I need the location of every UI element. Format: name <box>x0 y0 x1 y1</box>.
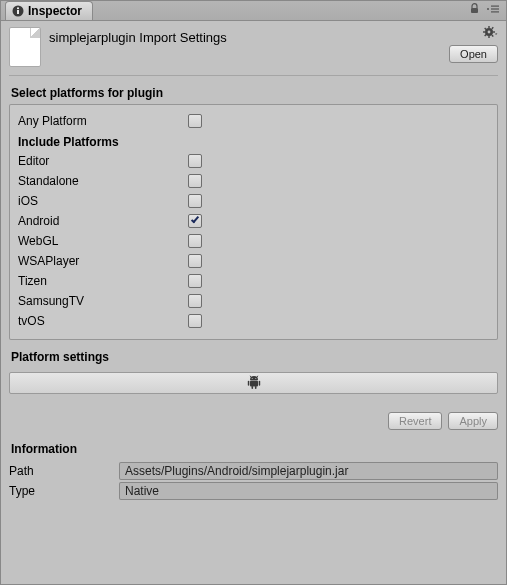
platform-checkbox[interactable] <box>188 314 202 328</box>
tab-label: Inspector <box>28 4 82 18</box>
platform-label: Tizen <box>18 274 188 288</box>
svg-rect-12 <box>483 31 485 32</box>
svg-rect-22 <box>247 381 249 386</box>
information-section: Information <box>9 440 498 460</box>
svg-rect-25 <box>254 386 256 389</box>
svg-rect-3 <box>471 8 478 13</box>
include-platforms-header: Include Platforms <box>18 131 489 151</box>
platform-row: WSAPlayer <box>18 251 489 271</box>
platform-list: EditorStandaloneiOSAndroidWebGLWSAPlayer… <box>18 151 489 331</box>
platform-row: Tizen <box>18 271 489 291</box>
svg-point-26 <box>251 378 252 379</box>
svg-rect-10 <box>488 26 489 28</box>
any-platform-row: Any Platform <box>18 111 489 131</box>
svg-point-27 <box>255 378 256 379</box>
platform-label: Standalone <box>18 174 188 188</box>
information-row: PathAssets/Plugins/Android/simplejarplug… <box>9 462 498 480</box>
info-icon <box>12 5 24 17</box>
inspector-tab[interactable]: Inspector <box>5 1 93 20</box>
open-button[interactable]: Open <box>449 45 498 63</box>
panel-tab-bar: Inspector <box>1 1 506 21</box>
platform-row: Android <box>18 211 489 231</box>
info-field-value: Native <box>119 482 498 500</box>
svg-rect-11 <box>488 36 489 38</box>
information-row: TypeNative <box>9 482 498 500</box>
information-title: Information <box>9 440 498 460</box>
svg-rect-16 <box>491 27 493 29</box>
platform-row: Standalone <box>18 171 489 191</box>
platform-label: SamsungTV <box>18 294 188 308</box>
platform-label: Editor <box>18 154 188 168</box>
platform-settings-section: Platform settings <box>9 348 498 394</box>
file-icon <box>9 27 41 67</box>
platform-label: Android <box>18 214 188 228</box>
panel-tab-controls <box>469 3 500 15</box>
svg-rect-21 <box>250 381 258 387</box>
platform-label: WSAPlayer <box>18 254 188 268</box>
svg-rect-5 <box>491 6 499 7</box>
revert-button[interactable]: Revert <box>388 412 442 430</box>
platform-row: tvOS <box>18 311 489 331</box>
platform-checkbox[interactable] <box>188 154 202 168</box>
platform-row: Editor <box>18 151 489 171</box>
platform-label: WebGL <box>18 234 188 248</box>
svg-text:*: * <box>495 32 498 38</box>
svg-point-1 <box>17 7 19 9</box>
any-platform-label: Any Platform <box>18 114 188 128</box>
platform-row: WebGL <box>18 231 489 251</box>
info-field-label: Type <box>9 484 119 498</box>
platforms-section: Select platforms for plugin Any Platform… <box>9 84 498 340</box>
svg-rect-2 <box>17 10 19 14</box>
information-fields: PathAssets/Plugins/Android/simplejarplug… <box>1 462 506 500</box>
info-field-label: Path <box>9 464 119 478</box>
include-platforms-label: Include Platforms <box>18 131 188 151</box>
apply-footer: Revert Apply <box>9 412 498 430</box>
platform-checkbox[interactable] <box>188 234 202 248</box>
info-field-value: Assets/Plugins/Android/simplejarplugin.j… <box>119 462 498 480</box>
platform-label: iOS <box>18 194 188 208</box>
asset-title: simplejarplugin Import Settings <box>49 27 498 45</box>
any-platform-checkbox[interactable] <box>188 114 202 128</box>
platform-checkbox[interactable] <box>188 174 202 188</box>
platform-label: tvOS <box>18 314 188 328</box>
asset-header: simplejarplugin Import Settings <box>1 21 506 69</box>
lock-icon[interactable] <box>469 3 480 15</box>
svg-rect-24 <box>251 386 253 389</box>
platform-checkbox[interactable] <box>188 254 202 268</box>
svg-point-4 <box>487 8 489 10</box>
gear-icon[interactable]: * <box>482 25 498 41</box>
platforms-title: Select platforms for plugin <box>9 84 498 104</box>
android-icon[interactable] <box>247 375 261 391</box>
svg-point-9 <box>488 31 491 34</box>
platform-checkbox[interactable] <box>188 194 202 208</box>
svg-rect-23 <box>258 381 260 386</box>
platform-checkbox[interactable] <box>188 214 202 228</box>
platform-checkbox[interactable] <box>188 294 202 308</box>
apply-button[interactable]: Apply <box>448 412 498 430</box>
platform-settings-tabstrip <box>9 372 498 394</box>
svg-rect-6 <box>491 8 499 9</box>
platform-checkbox[interactable] <box>188 274 202 288</box>
platform-settings-title: Platform settings <box>9 348 498 368</box>
platforms-box: Any Platform Include Platforms EditorSta… <box>9 104 498 340</box>
platform-row: SamsungTV <box>18 291 489 311</box>
panel-menu-icon[interactable] <box>486 4 500 14</box>
inspector-panel: Inspector simplejarplugin Import Set <box>0 0 507 585</box>
platform-row: iOS <box>18 191 489 211</box>
svg-rect-7 <box>491 11 499 12</box>
svg-rect-15 <box>491 35 493 37</box>
